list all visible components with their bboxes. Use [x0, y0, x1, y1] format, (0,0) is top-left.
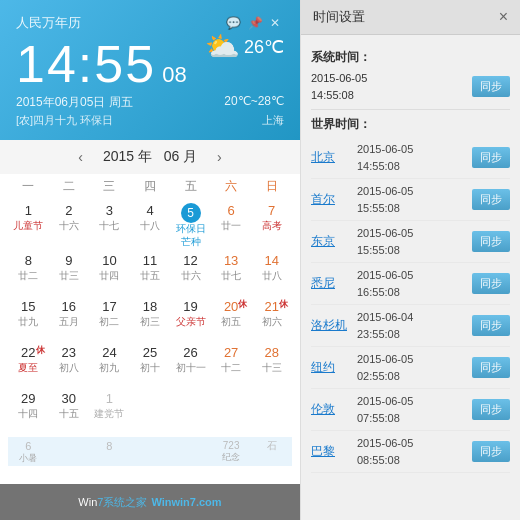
list-item: 北京2015-06-0514:55:08同步 — [311, 137, 510, 179]
sync-city-button[interactable]: 同步 — [472, 147, 510, 168]
sync-city-button[interactable]: 同步 — [472, 231, 510, 252]
table-row[interactable]: 8 廿二 — [8, 251, 49, 297]
watermark-text: Win7系统之家 — [78, 495, 147, 510]
table-row[interactable]: 石 — [251, 437, 292, 466]
table-row[interactable]: 4 十八 — [130, 201, 171, 251]
table-row[interactable]: 28 十三 — [251, 343, 292, 389]
table-row[interactable]: 18 初三 — [130, 297, 171, 343]
title-icons-group: 💬 📌 ✕ — [226, 16, 284, 30]
weekday-sat: 六 — [211, 174, 252, 199]
location: 上海 — [262, 113, 284, 128]
table-row[interactable]: 6 小暑 — [8, 437, 49, 466]
weekday-thu: 四 — [130, 174, 171, 199]
date-row2: [农]四月十九 环保日 上海 — [16, 113, 284, 128]
close-window-icon[interactable]: ✕ — [270, 16, 284, 30]
time-settings-panel: 时间设置 × 系统时间： 2015-06-05 14:55:08 同步 世界时间… — [300, 0, 520, 520]
sync-city-button[interactable]: 同步 — [472, 189, 510, 210]
table-row[interactable]: 5 环保日 芒种 — [170, 201, 211, 251]
city-time-value: 2015-06-0507:55:08 — [357, 393, 472, 426]
empty-cell — [130, 389, 171, 435]
cities-list: 北京2015-06-0514:55:08同步首尔2015-06-0515:55:… — [311, 137, 510, 473]
table-row[interactable]: 16 五月 — [49, 297, 90, 343]
rest-badge: 休 — [279, 298, 288, 311]
table-row[interactable]: 休 21 初六 — [251, 297, 292, 343]
table-row[interactable]: 17 初二 — [89, 297, 130, 343]
calendar-week-4: 休 22 夏至 23 初八 24 初九 25 初十 26 初十一 27 — [8, 343, 292, 389]
table-row[interactable]: 30 十五 — [49, 389, 90, 435]
list-item: 东京2015-06-0515:55:08同步 — [311, 221, 510, 263]
table-row[interactable]: 13 廿七 — [211, 251, 252, 297]
date-row1: 2015年06月05日 周五 20℃~28℃ — [16, 94, 284, 111]
city-time-value: 2015-06-0515:55:08 — [357, 183, 472, 216]
prev-month-button[interactable]: ‹ — [74, 149, 87, 165]
table-row[interactable]: 9 廿三 — [49, 251, 90, 297]
list-item: 首尔2015-06-0515:55:08同步 — [311, 179, 510, 221]
table-row[interactable]: 2 十六 — [49, 201, 90, 251]
date-left: 2015年06月05日 周五 — [16, 94, 133, 111]
pin-icon[interactable]: 📌 — [248, 16, 262, 30]
sys-time-row: 2015-06-05 14:55:08 同步 — [311, 70, 510, 103]
sync-city-button[interactable]: 同步 — [472, 315, 510, 336]
weekday-fri: 五 — [170, 174, 211, 199]
table-row[interactable]: 休 22 夏至 — [8, 343, 49, 389]
table-row[interactable]: 24 初九 — [89, 343, 130, 389]
table-row[interactable]: 15 廿九 — [8, 297, 49, 343]
sync-sys-time-button[interactable]: 同步 — [472, 76, 510, 97]
lunar-date: [农]四月十九 环保日 — [16, 113, 113, 128]
city-name-link[interactable]: 伦敦 — [311, 401, 351, 418]
date-right: 20℃~28℃ — [224, 94, 284, 111]
table-row[interactable]: 7 高考 — [251, 201, 292, 251]
calendar-month-title: 2015 年 06 月 — [103, 148, 197, 166]
list-item: 纽约2015-06-0502:55:08同步 — [311, 347, 510, 389]
table-row[interactable]: 19 父亲节 — [170, 297, 211, 343]
time-panel-body: 系统时间： 2015-06-05 14:55:08 同步 世界时间： 北京201… — [301, 35, 520, 520]
city-name-link[interactable]: 东京 — [311, 233, 351, 250]
city-time-value: 2015-06-0516:55:08 — [357, 267, 472, 300]
table-row[interactable]: 10 廿四 — [89, 251, 130, 297]
chat-icon[interactable]: 💬 — [226, 16, 240, 30]
list-item: 巴黎2015-06-0508:55:08同步 — [311, 431, 510, 473]
rest-badge: 休 — [238, 298, 247, 311]
table-row[interactable]: 27 十二 — [211, 343, 252, 389]
table-row[interactable]: 8 — [89, 437, 130, 466]
weekday-headers: 一 二 三 四 五 六 日 — [8, 174, 292, 199]
table-row[interactable]: 3 十七 — [89, 201, 130, 251]
next-month-button[interactable]: › — [213, 149, 226, 165]
list-item: 伦敦2015-06-0507:55:08同步 — [311, 389, 510, 431]
sync-city-button[interactable]: 同步 — [472, 441, 510, 462]
weekday-tue: 二 — [49, 174, 90, 199]
table-row[interactable]: 723 纪念 — [211, 437, 252, 466]
rest-badge: 休 — [36, 344, 45, 357]
table-row[interactable]: 25 初十 — [130, 343, 171, 389]
divider — [311, 109, 510, 110]
time-panel-header: 时间设置 × — [301, 0, 520, 35]
calendar-panel: 人民万年历 💬 📌 ✕ 14:55 08 ⛅ 26℃ 2015年06月05日 周… — [0, 0, 300, 520]
table-row[interactable]: 1 儿童节 — [8, 201, 49, 251]
table-row[interactable]: 6 廿一 — [211, 201, 252, 251]
calendar-week-6: 6 小暑 8 723 纪念 石 — [8, 437, 292, 466]
table-row[interactable]: 12 廿六 — [170, 251, 211, 297]
city-name-link[interactable]: 洛杉机 — [311, 317, 351, 334]
weather-info: ⛅ 26℃ — [205, 30, 284, 63]
table-row[interactable]: 23 初八 — [49, 343, 90, 389]
city-time-value: 2015-06-0515:55:08 — [357, 225, 472, 258]
sync-city-button[interactable]: 同步 — [472, 273, 510, 294]
calendar-week-3: 15 廿九 16 五月 17 初二 18 初三 19 父亲节 休 20 — [8, 297, 292, 343]
table-row[interactable]: 11 廿五 — [130, 251, 171, 297]
table-row[interactable]: 1 建党节 — [89, 389, 130, 435]
table-row[interactable]: 26 初十一 — [170, 343, 211, 389]
city-name-link[interactable]: 首尔 — [311, 191, 351, 208]
city-name-link[interactable]: 北京 — [311, 149, 351, 166]
close-panel-button[interactable]: × — [499, 9, 508, 25]
table-row[interactable]: 休 20 初五 — [211, 297, 252, 343]
table-row[interactable]: 14 廿八 — [251, 251, 292, 297]
sync-city-button[interactable]: 同步 — [472, 357, 510, 378]
list-item: 洛杉机2015-06-0423:55:08同步 — [311, 305, 510, 347]
empty-cell — [130, 437, 171, 466]
city-name-link[interactable]: 悉尼 — [311, 275, 351, 292]
app-title: 人民万年历 — [16, 14, 81, 32]
table-row[interactable]: 29 十四 — [8, 389, 49, 435]
sync-city-button[interactable]: 同步 — [472, 399, 510, 420]
city-name-link[interactable]: 巴黎 — [311, 443, 351, 460]
city-name-link[interactable]: 纽约 — [311, 359, 351, 376]
